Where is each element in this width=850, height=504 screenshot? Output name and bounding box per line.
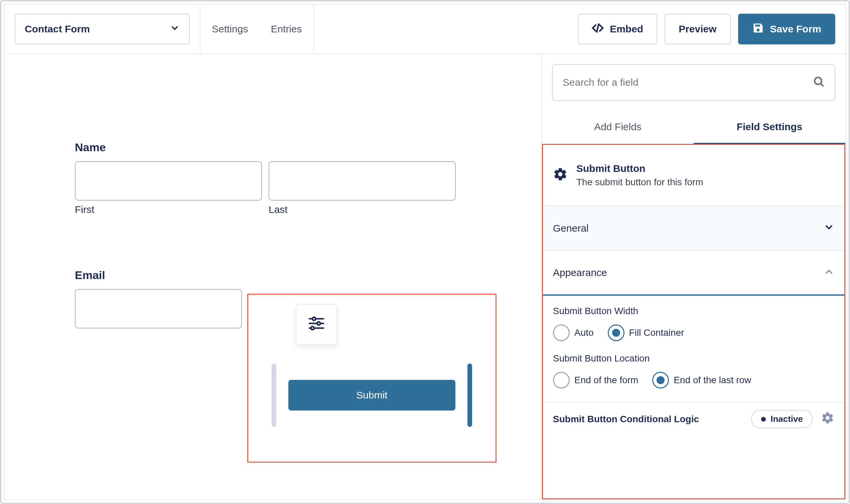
tab-entries[interactable]: Entries [259, 5, 313, 53]
width-label: Submit Button Width [553, 306, 834, 317]
appearance-panel: Submit Button Width Auto Fill Container … [543, 296, 844, 402]
chevron-down-icon [823, 222, 834, 235]
svg-point-2 [312, 317, 315, 320]
last-sublabel: Last [268, 204, 456, 215]
location-radio-group: End of the form End of the last row [553, 372, 834, 389]
search-field[interactable] [552, 64, 835, 101]
sidebar-tabs: Add Fields Field Settings [542, 111, 845, 143]
first-name-input[interactable] [75, 161, 262, 201]
tune-icon [307, 314, 326, 335]
accordion-general-label: General [553, 223, 589, 234]
save-icon [752, 22, 764, 36]
topbar-right: Embed Preview Save Form [578, 14, 845, 44]
save-label: Save Form [770, 23, 821, 35]
field-title: Submit Button [576, 163, 703, 174]
field-settings-panel: Submit Button The submit button for this… [542, 144, 845, 499]
form-selector[interactable]: Contact Form [15, 14, 190, 44]
tab-add-fields[interactable]: Add Fields [542, 111, 694, 143]
app-inner: Contact Form Settings Entries Embed Prev… [4, 4, 846, 500]
preview-button[interactable]: Preview [664, 14, 730, 44]
chevron-down-icon [170, 23, 180, 35]
selected-submit-block[interactable]: Submit [247, 294, 497, 463]
gear-icon [553, 167, 568, 184]
last-name-input[interactable] [268, 161, 456, 201]
radio-loc-end-row-label: End of the last row [674, 375, 751, 385]
svg-line-8 [821, 84, 823, 86]
field-header: Submit Button The submit button for this… [543, 145, 844, 206]
radio-loc-end-form-label: End of the form [574, 375, 638, 385]
embed-button[interactable]: Embed [578, 14, 657, 44]
svg-point-6 [311, 326, 314, 329]
code-icon [592, 22, 604, 36]
form-canvas: Name First Last Email [5, 54, 541, 499]
submit-button-preview[interactable]: Submit [288, 380, 455, 411]
conditional-logic-row: Submit Button Conditional Logic Inactive [543, 402, 844, 428]
radio-width-fill[interactable]: Fill Container [608, 324, 684, 341]
search-input[interactable] [563, 77, 813, 88]
name-field: Name First Last [75, 141, 456, 215]
field-settings-toggle[interactable] [296, 304, 337, 345]
resize-handle-right[interactable] [467, 363, 472, 427]
conditional-logic-label: Submit Button Conditional Logic [553, 414, 699, 425]
search-icon [813, 75, 825, 90]
chevron-up-icon [823, 266, 834, 280]
accordion-appearance[interactable]: Appearance [543, 251, 844, 296]
tab-settings[interactable]: Settings [201, 5, 259, 53]
name-row: First Last [75, 161, 456, 215]
resize-handle-left[interactable] [272, 363, 276, 427]
nav-tabs: Settings Entries [200, 5, 314, 53]
embed-label: Embed [610, 23, 643, 35]
save-button[interactable]: Save Form [738, 14, 835, 44]
svg-point-4 [317, 322, 320, 325]
radio-loc-end-row[interactable]: End of the last row [652, 372, 751, 389]
first-sublabel: First [75, 204, 262, 215]
resize-handles: Submit [272, 363, 472, 427]
radio-width-fill-label: Fill Container [629, 327, 684, 338]
status-dot-icon [761, 417, 766, 421]
width-radio-group: Auto Fill Container [553, 324, 834, 341]
app-frame: Contact Form Settings Entries Embed Prev… [0, 0, 850, 504]
radio-width-auto-label: Auto [574, 327, 594, 338]
accordion-general[interactable]: General [543, 206, 844, 251]
body: Name First Last Email [5, 54, 845, 499]
sidebar: Add Fields Field Settings Submit Button … [541, 54, 845, 499]
form-name: Contact Form [25, 23, 90, 35]
accordion-appearance-label: Appearance [553, 267, 607, 278]
preview-label: Preview [679, 23, 716, 35]
location-label: Submit Button Location [553, 353, 834, 364]
radio-loc-end-form[interactable]: End of the form [553, 372, 638, 389]
radio-width-auto[interactable]: Auto [553, 324, 594, 341]
field-description: The submit button for this form [576, 177, 703, 187]
email-input[interactable] [75, 289, 242, 328]
name-label: Name [75, 141, 456, 154]
svg-line-0 [597, 24, 599, 32]
gear-icon[interactable] [821, 411, 834, 427]
email-label: Email [75, 269, 471, 282]
conditional-logic-toggle[interactable]: Inactive [751, 410, 813, 428]
topbar: Contact Form Settings Entries Embed Prev… [5, 5, 845, 54]
conditional-logic-status: Inactive [770, 414, 803, 424]
tab-field-settings[interactable]: Field Settings [694, 111, 845, 143]
